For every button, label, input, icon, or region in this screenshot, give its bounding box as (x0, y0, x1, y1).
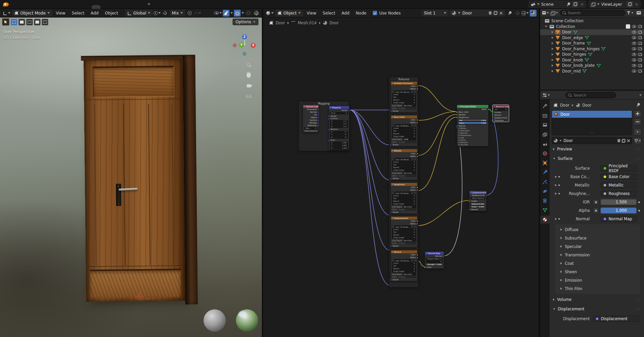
viewlayer-selector[interactable]: ViewLayer (589, 1, 641, 8)
shader-menu-add[interactable]: Add (339, 11, 352, 16)
fake-user-icon[interactable] (489, 11, 492, 15)
eye-icon[interactable] (632, 25, 636, 28)
tab-material[interactable] (540, 216, 550, 224)
outliner-display-mode[interactable] (542, 9, 549, 16)
node-normal-map[interactable]: Normal Map Normal Tangent Space Strength… (425, 251, 444, 269)
node-output[interactable]: Normal (303, 111, 318, 113)
socket[interactable] (417, 187, 418, 188)
socket[interactable] (318, 109, 319, 110)
socket[interactable] (390, 245, 392, 247)
fake-user-icon[interactable] (617, 139, 620, 143)
collapsed-panel[interactable]: Specular (555, 242, 640, 251)
colorspace-dropdown[interactable]: sRGB (403, 138, 416, 140)
socket[interactable] (390, 110, 392, 112)
midlevel-slider[interactable]: Midlevel0.500 (470, 203, 485, 205)
object-row[interactable]: Door_knob (540, 57, 644, 63)
object-row[interactable]: Door_knob_plate (540, 63, 644, 68)
workspace-tab[interactable] (83, 5, 92, 9)
properties-search[interactable] (565, 92, 616, 98)
socket[interactable] (488, 109, 489, 110)
socket[interactable] (417, 119, 418, 121)
collapsed-section[interactable]: Thin Film (457, 144, 488, 146)
snap-target-button[interactable] (522, 10, 529, 17)
workspace-tab[interactable] (92, 5, 100, 9)
socket[interactable] (318, 125, 319, 127)
outliner-search[interactable] (560, 10, 625, 16)
node-output[interactable]: BSDF (457, 108, 488, 111)
socket[interactable] (417, 153, 418, 155)
node-image-texture[interactable]: Normal Color Alpha door_34_Norma... Line… (391, 250, 418, 281)
ior-slider[interactable]: IOR1.500 (458, 119, 487, 121)
new-scene-button[interactable] (572, 1, 579, 8)
eye-icon[interactable] (632, 58, 636, 61)
image-selector[interactable]: door_34_Metalli... (392, 158, 416, 161)
snap-toggle[interactable] (162, 10, 168, 17)
tab-world[interactable] (540, 149, 550, 158)
socket[interactable] (318, 117, 319, 118)
link-target-button[interactable] (634, 137, 641, 144)
node-output[interactable]: Normal (425, 255, 444, 257)
socket[interactable] (417, 189, 418, 191)
space-dropdown[interactable]: Tangent Space (426, 258, 443, 260)
proportional-edit-toggle[interactable] (186, 10, 193, 17)
node-input[interactable]: Volume (493, 114, 509, 116)
node-input[interactable]: Vector (391, 177, 417, 180)
projection-dropdown[interactable]: Flat (392, 164, 416, 166)
input-socket-button[interactable] (593, 199, 599, 205)
object-row[interactable]: Door_hinges (540, 52, 644, 57)
axis-x-neg-ball[interactable] (233, 44, 237, 47)
camera-view-button[interactable] (244, 81, 253, 90)
alpha-mode-dropdown[interactable]: Straight (397, 208, 416, 210)
vector-component-field[interactable]: Y0 m (330, 123, 348, 125)
tab-object[interactable] (540, 159, 550, 167)
workspace-tab[interactable] (74, 5, 83, 9)
socket[interactable] (328, 140, 330, 141)
copy-icon[interactable] (622, 139, 625, 143)
extension-dropdown[interactable]: Repeat (392, 234, 416, 236)
socket[interactable] (390, 212, 392, 213)
node-input[interactable]: Base Color (457, 111, 488, 113)
node-output[interactable]: Displacement (469, 194, 486, 197)
workspace-tab[interactable] (57, 5, 65, 9)
shading-wireframe-button[interactable] (253, 10, 259, 17)
node-input[interactable]: Roughness (457, 116, 488, 119)
blender-logo-icon[interactable] (3, 2, 9, 6)
node-output[interactable]: Camera (303, 119, 318, 121)
workspace-tab[interactable] (65, 5, 74, 9)
collapsed-section[interactable]: Transmission (457, 134, 488, 137)
search-input[interactable] (574, 93, 613, 97)
expand-icon[interactable] (555, 184, 557, 187)
interpolation-dropdown[interactable]: Linear (392, 93, 416, 96)
socket[interactable] (424, 266, 426, 268)
collapsed-panel[interactable]: Sheen (555, 268, 640, 276)
collapsed-panel[interactable]: Thin Film (555, 284, 640, 293)
camera-icon[interactable] (638, 36, 642, 39)
node-input[interactable]: Thickness (493, 119, 509, 122)
gizmo-dropdown[interactable] (231, 12, 233, 14)
node-output[interactable]: Color (391, 220, 417, 222)
chevron-right-icon[interactable] (552, 64, 553, 67)
colorspace-dropdown[interactable]: Non-Color (403, 205, 416, 208)
projection-dropdown[interactable]: Flat (392, 197, 416, 200)
workspace-tab[interactable] (109, 5, 118, 9)
door-3d-model[interactable] (83, 55, 198, 305)
pin-icon[interactable] (635, 102, 641, 107)
node-output[interactable]: Alpha (391, 155, 417, 158)
vector-component-field[interactable]: Z0 m (330, 125, 348, 128)
chevron-right-icon[interactable] (552, 53, 553, 56)
object-row[interactable]: Door_mid (540, 68, 644, 74)
material-slot-selected[interactable]: Door (552, 111, 632, 118)
chevron-down-icon[interactable] (545, 26, 547, 27)
viewport-menu-object[interactable]: Object (102, 11, 121, 16)
expand-icon[interactable] (555, 176, 557, 178)
image-selector[interactable]: door_34_AO.png (392, 90, 416, 93)
property-field[interactable]: Roughness (601, 191, 637, 197)
zoom-button[interactable] (244, 61, 253, 69)
projection-dropdown[interactable]: Flat (392, 231, 416, 233)
unlink-icon[interactable] (627, 139, 630, 142)
viewport-menu-add[interactable]: Add (88, 11, 101, 16)
collapsed-section[interactable]: Diffuse (457, 127, 488, 130)
socket[interactable] (468, 209, 470, 210)
image-selector[interactable]: door_34_Norma... (392, 259, 416, 262)
remove-slot-button[interactable] (634, 118, 641, 125)
